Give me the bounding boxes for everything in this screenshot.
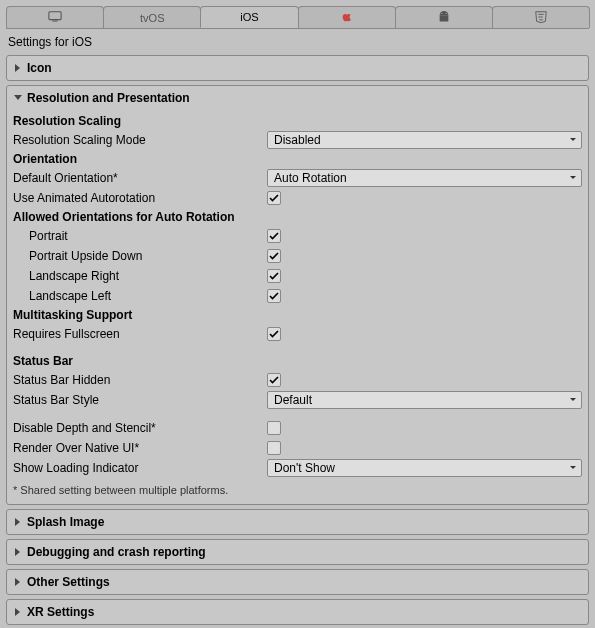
tab-webgl[interactable]: [492, 6, 590, 28]
label-status-bar-hidden: Status Bar Hidden: [13, 373, 267, 387]
section-title-other-settings: Other Settings: [27, 575, 110, 589]
dropdown-value: Default: [274, 393, 312, 407]
section-header-splash-image[interactable]: Splash Image: [7, 510, 588, 534]
apple-icon: [340, 10, 354, 26]
checkbox-landscape-right[interactable]: [267, 269, 281, 283]
label-default-orientation: Default Orientation*: [13, 171, 267, 185]
html5-icon: [534, 10, 548, 26]
tab-android[interactable]: [395, 6, 493, 28]
section-header-icon[interactable]: Icon: [7, 56, 588, 80]
section-debugging: Debugging and crash reporting: [6, 539, 589, 565]
label-disable-depth-stencil: Disable Depth and Stencil*: [13, 421, 267, 435]
chevron-right-icon: [13, 63, 23, 73]
section-other-settings: Other Settings: [6, 569, 589, 595]
dropdown-value: Don't Show: [274, 461, 335, 475]
platform-tabs: tvOS iOS: [6, 6, 589, 29]
dropdown-resolution-scaling-mode[interactable]: Disabled: [267, 131, 582, 149]
section-header-debugging[interactable]: Debugging and crash reporting: [7, 540, 588, 564]
label-landscape-right: Landscape Right: [13, 269, 267, 283]
chevron-down-icon: [569, 174, 577, 182]
checkbox-use-animated-autorotation[interactable]: [267, 191, 281, 205]
label-render-over-native-ui: Render Over Native UI*: [13, 441, 267, 455]
section-title-icon: Icon: [27, 61, 52, 75]
section-icon: Icon: [6, 55, 589, 81]
section-header-resolution[interactable]: Resolution and Presentation: [7, 86, 588, 110]
android-icon: [437, 10, 451, 26]
label-portrait-upside-down: Portrait Upside Down: [13, 249, 267, 263]
section-header-xr-settings[interactable]: XR Settings: [7, 600, 588, 624]
tab-apple[interactable]: [298, 6, 396, 28]
monitor-icon: [48, 10, 62, 26]
tab-label-ios: iOS: [240, 11, 258, 23]
label-requires-fullscreen: Requires Fullscreen: [13, 327, 267, 341]
chevron-right-icon: [13, 517, 23, 527]
chevron-right-icon: [13, 577, 23, 587]
checkbox-requires-fullscreen[interactable]: [267, 327, 281, 341]
dropdown-show-loading-indicator[interactable]: Don't Show: [267, 459, 582, 477]
checkbox-status-bar-hidden[interactable]: [267, 373, 281, 387]
svg-point-2: [441, 12, 442, 13]
dropdown-default-orientation[interactable]: Auto Rotation: [267, 169, 582, 187]
label-landscape-left: Landscape Left: [13, 289, 267, 303]
checkbox-portrait-upside-down[interactable]: [267, 249, 281, 263]
heading-orientation: Orientation: [13, 150, 582, 168]
tab-label-tvos: tvOS: [140, 12, 164, 24]
svg-rect-0: [49, 11, 61, 19]
section-splash-image: Splash Image: [6, 509, 589, 535]
chevron-down-icon: [569, 136, 577, 144]
page-title: Settings for iOS: [6, 29, 589, 55]
chevron-down-icon: [569, 396, 577, 404]
checkbox-landscape-left[interactable]: [267, 289, 281, 303]
section-xr-settings: XR Settings: [6, 599, 589, 625]
label-use-animated-autorotation: Use Animated Autorotation: [13, 191, 267, 205]
dropdown-value: Disabled: [274, 133, 321, 147]
section-header-other-settings[interactable]: Other Settings: [7, 570, 588, 594]
heading-resolution-scaling: Resolution Scaling: [13, 112, 582, 130]
checkbox-render-over-native-ui[interactable]: [267, 441, 281, 455]
tab-standalone[interactable]: [6, 6, 104, 28]
section-title-resolution: Resolution and Presentation: [27, 91, 190, 105]
chevron-down-icon: [569, 464, 577, 472]
svg-point-3: [445, 12, 446, 13]
dropdown-status-bar-style[interactable]: Default: [267, 391, 582, 409]
section-title-debugging: Debugging and crash reporting: [27, 545, 206, 559]
heading-multitasking: Multitasking Support: [13, 306, 582, 324]
heading-allowed-orientations: Allowed Orientations for Auto Rotation: [13, 208, 582, 226]
label-portrait: Portrait: [13, 229, 267, 243]
tab-tvos[interactable]: tvOS: [103, 6, 201, 28]
dropdown-value: Auto Rotation: [274, 171, 347, 185]
chevron-right-icon: [13, 547, 23, 557]
tab-ios[interactable]: iOS: [200, 6, 298, 28]
label-resolution-scaling-mode: Resolution Scaling Mode: [13, 133, 267, 147]
chevron-right-icon: [13, 607, 23, 617]
checkbox-portrait[interactable]: [267, 229, 281, 243]
checkbox-disable-depth-stencil[interactable]: [267, 421, 281, 435]
section-resolution: Resolution and Presentation Resolution S…: [6, 85, 589, 505]
label-show-loading-indicator: Show Loading Indicator: [13, 461, 267, 475]
heading-status-bar: Status Bar: [13, 352, 582, 370]
svg-rect-1: [52, 20, 57, 21]
section-title-xr-settings: XR Settings: [27, 605, 94, 619]
label-status-bar-style: Status Bar Style: [13, 393, 267, 407]
section-title-splash-image: Splash Image: [27, 515, 104, 529]
chevron-down-icon: [13, 93, 23, 103]
footnote-shared-setting: * Shared setting between multiple platfo…: [13, 478, 582, 498]
